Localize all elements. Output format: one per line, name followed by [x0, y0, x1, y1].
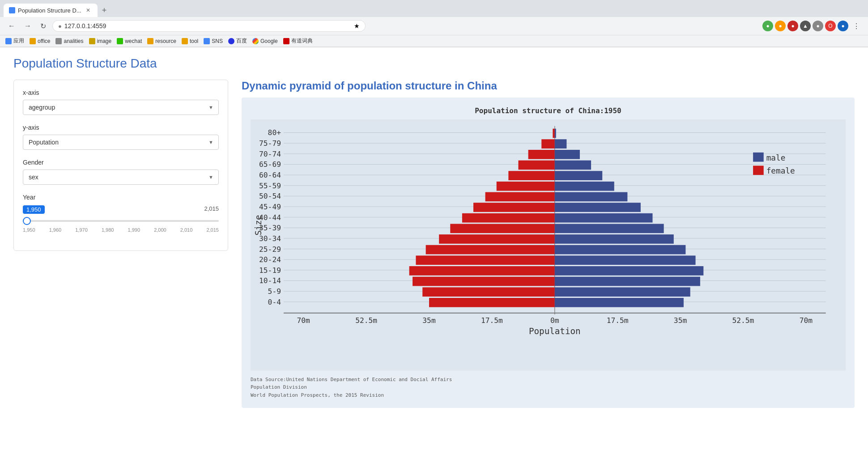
- active-tab[interactable]: Population Structure D... ✕: [4, 4, 98, 17]
- xaxis-select[interactable]: agegroup: [23, 100, 219, 115]
- svg-rect-56: [555, 139, 567, 149]
- back-button[interactable]: ←: [5, 20, 18, 32]
- svg-text:30-34: 30-34: [259, 234, 281, 243]
- yaxis-label: y-axis: [23, 124, 219, 131]
- bookmark-analities[interactable]: analities: [55, 38, 83, 44]
- svg-text:5-9: 5-9: [268, 287, 281, 296]
- ext-icon-6[interactable]: O: [825, 21, 836, 31]
- gender-select-wrapper: sex: [23, 170, 219, 185]
- bookmark-wechat[interactable]: wechat: [117, 38, 142, 44]
- svg-rect-83: [753, 153, 764, 162]
- bookmark-analities-label: analities: [64, 38, 83, 44]
- slider-track: [23, 216, 219, 225]
- bookmark-google[interactable]: Google: [252, 38, 278, 44]
- svg-rect-46: [462, 213, 555, 223]
- svg-rect-54: [429, 298, 555, 307]
- gender-select[interactable]: sex: [23, 170, 219, 185]
- svg-text:female: female: [766, 166, 795, 175]
- ext-icon-3[interactable]: ●: [787, 21, 798, 31]
- svg-rect-43: [497, 182, 555, 191]
- svg-rect-48: [439, 234, 555, 244]
- main-layout: x-axis agegroup y-axis Poputation Gend: [13, 80, 855, 408]
- bookmark-image[interactable]: image: [89, 38, 112, 44]
- bookmarks-bar: 应用 office analities image wechat resourc…: [0, 35, 868, 47]
- bookmark-office[interactable]: office: [30, 38, 50, 44]
- svg-rect-49: [426, 245, 555, 255]
- year-slider[interactable]: [23, 220, 219, 222]
- svg-rect-60: [555, 182, 614, 191]
- apps-icon: [5, 38, 12, 44]
- ext-icon-1[interactable]: ●: [762, 21, 773, 31]
- bookmark-youdao[interactable]: 有道词典: [283, 37, 313, 45]
- yaxis-select[interactable]: Poputation: [23, 135, 219, 150]
- svg-rect-57: [555, 150, 580, 159]
- youdao-icon: [283, 38, 289, 44]
- svg-rect-63: [555, 213, 653, 223]
- svg-rect-65: [555, 234, 674, 244]
- url-input[interactable]: [64, 22, 351, 30]
- svg-rect-47: [450, 224, 554, 233]
- baidu-icon: [228, 38, 234, 44]
- tick-1950: 1,950: [23, 227, 35, 233]
- new-tab-button[interactable]: +: [98, 4, 111, 17]
- svg-text:0m: 0m: [550, 316, 559, 325]
- forward-button[interactable]: →: [21, 20, 34, 32]
- tick-1990: 1,990: [128, 227, 140, 233]
- svg-text:45-49: 45-49: [259, 203, 281, 211]
- ext-icon-7[interactable]: ●: [838, 21, 848, 31]
- svg-rect-44: [485, 192, 555, 202]
- nav-icons: ● ● ● ▲ ● O ● ⋮: [762, 20, 863, 32]
- bookmark-baidu[interactable]: 百度: [228, 37, 247, 45]
- svg-rect-61: [555, 192, 628, 202]
- tab-close-button[interactable]: ✕: [84, 6, 92, 14]
- tab-favicon: [9, 7, 15, 13]
- svg-rect-38: [553, 129, 554, 138]
- office-icon: [30, 38, 36, 44]
- svg-rect-59: [555, 171, 602, 180]
- menu-button[interactable]: ⋮: [850, 20, 863, 32]
- svg-rect-53: [422, 287, 555, 297]
- bookmark-resource[interactable]: resource: [147, 38, 176, 44]
- control-panel: x-axis agegroup y-axis Poputation Gend: [13, 80, 228, 251]
- ext-icon-4[interactable]: ▲: [800, 21, 811, 31]
- svg-rect-67: [555, 255, 696, 265]
- gender-field-group: Gender sex: [23, 159, 219, 185]
- bookmark-sns[interactable]: SNS: [204, 38, 223, 44]
- tick-1960: 1,960: [49, 227, 62, 233]
- svg-text:52.5m: 52.5m: [732, 316, 754, 325]
- svg-text:15-19: 15-19: [259, 266, 281, 275]
- tick-1980: 1,980: [102, 227, 114, 233]
- svg-rect-62: [555, 203, 641, 212]
- svg-rect-39: [541, 139, 555, 149]
- xaxis-label: x-axis: [23, 89, 219, 96]
- svg-rect-69: [555, 277, 700, 286]
- svg-rect-50: [416, 255, 554, 265]
- svg-text:80+: 80+: [268, 128, 281, 137]
- xaxis-field-group: x-axis agegroup: [23, 89, 219, 115]
- ext-icon-5[interactable]: ●: [813, 21, 823, 31]
- slider-labels: 1,950 2,015: [23, 205, 219, 214]
- sns-icon: [204, 38, 210, 44]
- svg-rect-64: [555, 224, 664, 233]
- tab-bar: Population Structure D... ✕ +: [0, 0, 868, 17]
- svg-rect-66: [555, 245, 686, 255]
- bookmark-baidu-label: 百度: [236, 37, 247, 45]
- address-bar[interactable]: ● ★: [52, 20, 366, 32]
- yaxis-field-group: y-axis Poputation: [23, 124, 219, 150]
- svg-rect-55: [555, 129, 556, 138]
- year-max-label: 2,015: [204, 205, 219, 214]
- svg-text:50-54: 50-54: [259, 192, 281, 200]
- page-content: Population Structure Data x-axis agegrou…: [0, 47, 868, 417]
- bookmark-apps[interactable]: 应用: [5, 37, 24, 45]
- svg-text:60-64: 60-64: [259, 171, 281, 179]
- reload-button[interactable]: ↻: [38, 20, 49, 32]
- slider-ticks: 1,950 1,960 1,970 1,980 1,990 2,000 2,01…: [23, 227, 219, 233]
- yaxis-select-wrapper: Poputation: [23, 135, 219, 150]
- svg-text:75-79: 75-79: [259, 139, 281, 148]
- svg-rect-45: [473, 203, 555, 212]
- ext-icon-2[interactable]: ●: [775, 21, 786, 31]
- resource-icon: [147, 38, 153, 44]
- star-icon[interactable]: ★: [354, 22, 360, 30]
- nav-bar: ← → ↻ ● ★ ● ● ● ▲ ● O ● ⋮: [0, 17, 868, 35]
- bookmark-tool[interactable]: tool: [182, 38, 198, 44]
